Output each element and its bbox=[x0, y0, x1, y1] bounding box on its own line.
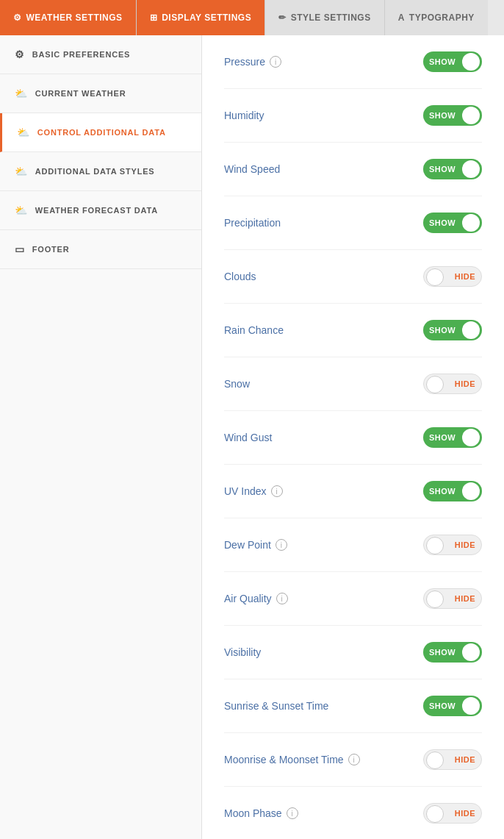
style-settings-icon: ✏ bbox=[278, 13, 287, 23]
setting-label-pressure: Pressurei bbox=[224, 56, 281, 68]
toggle-knob bbox=[462, 482, 480, 500]
toggle-rain-chance[interactable]: SHOW bbox=[423, 320, 482, 340]
toggle-show-label: SHOW bbox=[423, 433, 456, 442]
sidebar-item-weather-forecast-data[interactable]: ⛅ WEATHER FORECAST DATA bbox=[0, 191, 201, 230]
toggle-hide-label: HIDE bbox=[455, 809, 475, 818]
sidebar-item-footer[interactable]: ▭ FOOTER bbox=[0, 230, 201, 269]
setting-label-rain-chance: Rain Chance bbox=[224, 324, 284, 336]
setting-label-wind-speed: Wind Speed bbox=[224, 163, 280, 175]
toggle-knob bbox=[426, 751, 444, 769]
data-styles-icon: ⛅ bbox=[15, 165, 28, 177]
tab-display-settings[interactable]: ⊞ DISPLAY SETTINGS bbox=[137, 0, 266, 35]
toggle-hide-label: HIDE bbox=[455, 755, 475, 764]
setting-row-precipitation: Precipitation SHOW bbox=[224, 196, 482, 250]
toggle-precipitation[interactable]: SHOW bbox=[423, 213, 482, 233]
sidebar-item-control-additional-data[interactable]: ⛅ CONTROL ADDITIONAL DATA bbox=[0, 113, 201, 152]
sidebar: ⚙ BASIC PREFERENCES ⛅ CURRENT WEATHER ⛅ … bbox=[0, 35, 202, 839]
toggle-show-label: SHOW bbox=[423, 648, 456, 657]
toggle-wind-gust[interactable]: SHOW bbox=[423, 427, 482, 448]
toggle-sunrise-sunset[interactable]: SHOW bbox=[423, 696, 482, 716]
setting-row-humidity: Humidity SHOW bbox=[224, 89, 482, 143]
toggle-knob bbox=[426, 376, 444, 393]
setting-row-pressure: Pressurei SHOW bbox=[224, 35, 482, 89]
gear-icon: ⚙ bbox=[15, 49, 25, 60]
setting-label-humidity: Humidity bbox=[224, 110, 264, 121]
setting-row-visibility: Visibility SHOW bbox=[224, 626, 482, 679]
sidebar-item-current-weather[interactable]: ⛅ CURRENT WEATHER bbox=[0, 74, 201, 113]
toggle-pressure[interactable]: SHOW bbox=[423, 51, 482, 72]
setting-label-sunrise-sunset: Sunrise & Sunset Time bbox=[224, 700, 328, 712]
toggle-show-label: SHOW bbox=[423, 165, 456, 174]
toggle-knob bbox=[426, 590, 444, 608]
toggle-humidity[interactable]: SHOW bbox=[423, 105, 482, 126]
toggle-moonrise-moonset[interactable]: HIDE bbox=[423, 749, 482, 770]
sidebar-item-basic-preferences[interactable]: ⚙ BASIC PREFERENCES bbox=[0, 35, 201, 74]
sidebar-item-additional-data-styles[interactable]: ⛅ ADDITIONAL DATA STYLES bbox=[0, 152, 201, 191]
info-icon-dew-point[interactable]: i bbox=[276, 539, 287, 551]
toggle-snow[interactable]: HIDE bbox=[423, 374, 482, 394]
toggle-knob bbox=[426, 268, 444, 286]
setting-label-wind-gust: Wind Gust bbox=[224, 432, 272, 443]
toggle-knob bbox=[462, 160, 480, 178]
toggle-show-label: SHOW bbox=[423, 57, 456, 66]
content-area: Pressurei SHOW Humidity SHOW Wind Speed … bbox=[202, 35, 504, 839]
toggle-show-label: SHOW bbox=[423, 218, 456, 227]
forecast-icon: ⛅ bbox=[15, 204, 28, 216]
setting-label-clouds: Clouds bbox=[224, 271, 256, 282]
display-settings-icon: ⊞ bbox=[150, 13, 158, 23]
tab-typography[interactable]: A TYPOGRAPHY bbox=[385, 0, 488, 35]
setting-row-moon-phase: Moon Phasei HIDE bbox=[224, 787, 482, 839]
setting-row-uv-index: UV Indexi SHOW bbox=[224, 465, 482, 518]
setting-label-air-quality: Air Qualityi bbox=[224, 593, 288, 604]
toggle-knob bbox=[462, 429, 480, 446]
setting-label-precipitation: Precipitation bbox=[224, 217, 281, 229]
setting-row-wind-gust: Wind Gust SHOW bbox=[224, 411, 482, 465]
toggle-knob bbox=[462, 697, 480, 715]
setting-label-moon-phase: Moon Phasei bbox=[224, 807, 298, 819]
toggle-hide-label: HIDE bbox=[455, 540, 475, 549]
toggle-hide-label: HIDE bbox=[455, 379, 475, 388]
setting-row-rain-chance: Rain Chance SHOW bbox=[224, 304, 482, 357]
toggle-hide-label: HIDE bbox=[455, 272, 475, 281]
setting-row-clouds: Clouds HIDE bbox=[224, 250, 482, 304]
additional-data-icon: ⛅ bbox=[17, 126, 30, 138]
toggle-hide-label: HIDE bbox=[455, 594, 475, 603]
setting-label-dew-point: Dew Pointi bbox=[224, 539, 287, 551]
toggle-knob bbox=[462, 53, 480, 71]
setting-row-air-quality: Air Qualityi HIDE bbox=[224, 572, 482, 626]
info-icon-moon-phase[interactable]: i bbox=[287, 807, 298, 819]
setting-row-moonrise-moonset: Moonrise & Moonset Timei HIDE bbox=[224, 733, 482, 787]
current-weather-icon: ⛅ bbox=[15, 88, 28, 99]
tab-weather-settings[interactable]: ⚙ WEATHER SETTINGS bbox=[0, 0, 137, 35]
setting-label-visibility: Visibility bbox=[224, 646, 261, 658]
info-icon-pressure[interactable]: i bbox=[270, 56, 281, 68]
toggle-clouds[interactable]: HIDE bbox=[423, 266, 482, 287]
setting-row-sunrise-sunset: Sunrise & Sunset Time SHOW bbox=[224, 679, 482, 733]
setting-label-uv-index: UV Indexi bbox=[224, 485, 283, 497]
info-icon-uv-index[interactable]: i bbox=[271, 485, 283, 497]
toggle-knob bbox=[462, 214, 480, 232]
toggle-show-label: SHOW bbox=[423, 487, 456, 496]
toggle-dew-point[interactable]: HIDE bbox=[423, 535, 482, 555]
toggle-knob bbox=[426, 537, 444, 554]
footer-icon: ▭ bbox=[15, 243, 25, 255]
toggle-show-label: SHOW bbox=[423, 111, 456, 120]
toggle-show-label: SHOW bbox=[423, 701, 456, 710]
typography-icon: A bbox=[398, 13, 405, 23]
setting-row-snow: Snow HIDE bbox=[224, 357, 482, 411]
weather-settings-icon: ⚙ bbox=[13, 13, 22, 23]
tab-style-settings[interactable]: ✏ STYLE SETTINGS bbox=[265, 0, 385, 35]
toggle-visibility[interactable]: SHOW bbox=[423, 642, 482, 663]
toggle-moon-phase[interactable]: HIDE bbox=[423, 803, 482, 824]
toggle-knob bbox=[462, 643, 480, 661]
toggle-air-quality[interactable]: HIDE bbox=[423, 588, 482, 609]
toggle-knob bbox=[426, 805, 444, 823]
setting-row-dew-point: Dew Pointi HIDE bbox=[224, 518, 482, 572]
toggle-wind-speed[interactable]: SHOW bbox=[423, 159, 482, 179]
toggle-uv-index[interactable]: SHOW bbox=[423, 481, 482, 501]
toggle-show-label: SHOW bbox=[423, 326, 456, 335]
info-icon-air-quality[interactable]: i bbox=[276, 593, 288, 604]
setting-row-wind-speed: Wind Speed SHOW bbox=[224, 143, 482, 196]
toggle-knob bbox=[462, 321, 480, 339]
info-icon-moonrise-moonset[interactable]: i bbox=[348, 754, 360, 765]
